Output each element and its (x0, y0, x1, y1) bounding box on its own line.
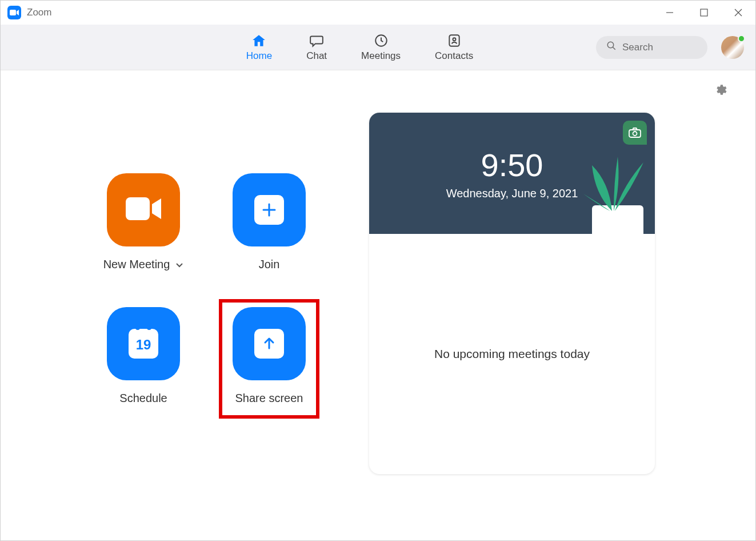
svg-rect-2 (701, 9, 707, 16)
empty-meetings-text: No upcoming meetings today (434, 347, 590, 361)
video-icon (126, 197, 161, 222)
action-share-screen: Share screen (206, 307, 332, 421)
svg-point-17 (633, 132, 637, 136)
svg-point-14 (147, 326, 151, 329)
svg-rect-0 (10, 10, 16, 15)
plus-icon (254, 195, 284, 225)
schedule-button[interactable]: 19 (107, 307, 180, 380)
svg-point-8 (607, 42, 614, 48)
home-icon (251, 33, 266, 48)
svg-point-13 (136, 326, 139, 329)
settings-button[interactable] (714, 83, 728, 99)
join-button[interactable] (233, 173, 306, 246)
top-toolbar: Home Chat Meetings Contacts Search (1, 25, 755, 70)
hero-banner: 9:50 Wednesday, June 9, 2021 (369, 113, 655, 234)
meetings-panel: 9:50 Wednesday, June 9, 2021 No upcoming… (369, 113, 655, 474)
minimize-button[interactable] (664, 7, 675, 18)
share-arrow-icon (254, 329, 284, 359)
background-photo-button[interactable] (623, 121, 647, 145)
svg-rect-10 (126, 197, 150, 220)
close-button[interactable] (733, 7, 744, 18)
presence-indicator-icon (738, 35, 745, 42)
nav-label: Chat (306, 50, 327, 62)
annotation-highlight: Share screen (219, 299, 319, 419)
chat-icon (309, 33, 324, 48)
window-controls (664, 7, 749, 18)
search-placeholder: Search (622, 42, 653, 53)
svg-line-9 (613, 47, 615, 50)
search-input[interactable]: Search (596, 36, 707, 59)
action-label: Join (259, 258, 280, 271)
plant-illustration-icon (575, 160, 649, 234)
action-label: Share screen (235, 392, 303, 405)
new-meeting-button[interactable] (107, 173, 180, 246)
action-join: Join (206, 173, 332, 288)
action-new-meeting: New Meeting (81, 173, 206, 288)
clock-time: 9:50 (481, 146, 543, 184)
titlebar: Zoom (1, 1, 755, 25)
clock-date: Wednesday, June 9, 2021 (446, 187, 578, 200)
window-title: Zoom (27, 7, 51, 18)
zoom-logo-icon (7, 6, 21, 19)
svg-point-7 (453, 38, 455, 41)
avatar[interactable] (721, 36, 744, 59)
tab-home[interactable]: Home (246, 33, 272, 62)
action-schedule: 19 Schedule (81, 307, 206, 421)
main-content: New Meeting Join (1, 70, 755, 540)
nav-tabs: Home Chat Meetings Contacts (246, 33, 473, 62)
upcoming-meetings: No upcoming meetings today (369, 234, 655, 474)
clock-icon (374, 33, 389, 48)
contacts-icon (447, 33, 462, 48)
tab-contacts[interactable]: Contacts (435, 33, 473, 62)
svg-rect-16 (629, 130, 641, 137)
calendar-icon: 19 (129, 329, 158, 359)
actions-panel: New Meeting Join (1, 70, 369, 540)
tab-chat[interactable]: Chat (306, 33, 327, 62)
chevron-down-icon[interactable] (175, 258, 183, 271)
nav-label: Meetings (361, 50, 401, 62)
nav-label: Home (246, 50, 272, 62)
nav-label: Contacts (435, 50, 473, 62)
tab-meetings[interactable]: Meetings (361, 33, 401, 62)
action-label: Schedule (119, 392, 167, 405)
search-icon (606, 41, 617, 54)
maximize-button[interactable] (698, 7, 710, 18)
share-screen-button[interactable] (233, 307, 306, 380)
action-label: New Meeting (103, 258, 170, 271)
